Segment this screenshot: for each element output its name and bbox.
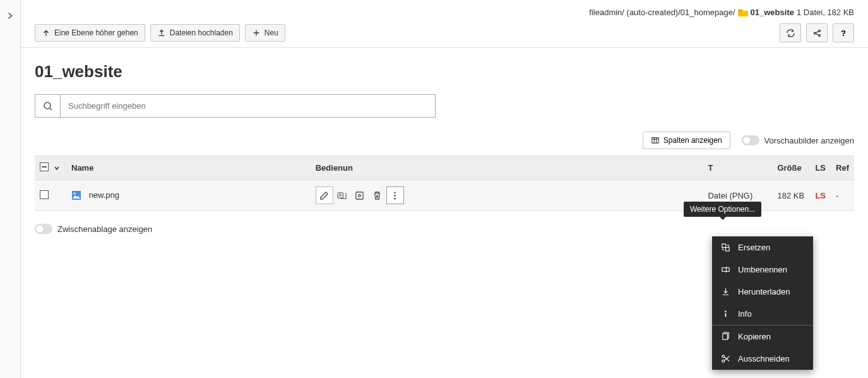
thumbnails-toggle[interactable] xyxy=(742,135,759,145)
dropdown-replace-label: Ersetzen xyxy=(738,243,770,252)
trash-icon xyxy=(372,191,382,200)
plus-icon xyxy=(252,28,261,37)
th-size[interactable]: Größe xyxy=(772,156,810,180)
svg-point-6 xyxy=(74,193,76,195)
columns-button[interactable]: Spalten anzeigen xyxy=(643,131,730,149)
translate-button[interactable]: A xyxy=(333,186,351,204)
tooltip: Weitere Optionen... xyxy=(684,202,761,217)
svg-point-21 xyxy=(722,355,725,358)
th-control: Bedienun xyxy=(311,156,703,180)
search-wrap xyxy=(35,94,436,118)
svg-text:A: A xyxy=(339,193,342,197)
clipboard-toggle-label: Zwischenablage anzeigen xyxy=(57,224,152,234)
new-button[interactable]: Neu xyxy=(245,24,285,42)
dropdown-download-label: Herunterladen xyxy=(738,287,790,296)
help-label: ? xyxy=(841,28,846,38)
breadcrumb-path: fileadmin/ (auto-created)/01_homepage/ xyxy=(589,8,735,17)
breadcrumb-stats: 1 Datei, 182 KB xyxy=(797,8,854,17)
file-name[interactable]: new.png xyxy=(89,190,119,200)
dropdown-replace[interactable]: Ersetzen xyxy=(712,236,813,259)
svg-point-17 xyxy=(725,311,726,312)
th-ref: Ref xyxy=(831,156,854,180)
image-file-icon xyxy=(71,190,81,200)
svg-point-0 xyxy=(814,32,816,34)
chevron-down-icon[interactable] xyxy=(54,164,60,170)
page-title: 01_website xyxy=(35,62,854,82)
breadcrumb: fileadmin/ (auto-created)/01_homepage/ 0… xyxy=(21,0,868,20)
columns-button-label: Spalten anzeigen xyxy=(663,136,722,145)
download-icon xyxy=(721,287,730,296)
sidebar-collapse-button[interactable] xyxy=(0,0,21,378)
th-type: T xyxy=(703,156,772,180)
file-size: 182 KB xyxy=(772,180,810,211)
dropdown-rename-label: Umbenennen xyxy=(738,265,787,274)
dropdown-copy-label: Kopieren xyxy=(738,332,771,341)
tooltip-text: Weitere Optionen... xyxy=(690,205,755,214)
rename-icon xyxy=(721,265,730,274)
edit-button[interactable] xyxy=(316,186,333,204)
upload-label: Dateien hochladen xyxy=(170,28,233,37)
upload-icon xyxy=(157,28,166,37)
chevron-right-icon xyxy=(6,11,15,20)
pencil-icon xyxy=(319,191,329,200)
svg-rect-19 xyxy=(723,334,728,339)
copy-icon xyxy=(721,332,730,341)
svg-rect-4 xyxy=(652,138,659,143)
dots-vertical-icon xyxy=(390,191,400,200)
dropdown-copy[interactable]: Kopieren xyxy=(712,326,813,348)
share-button[interactable] xyxy=(806,23,828,42)
svg-rect-14 xyxy=(722,244,726,248)
svg-point-3 xyxy=(44,102,51,109)
svg-rect-9 xyxy=(356,192,363,198)
replace-icon xyxy=(721,243,730,252)
clipboard-toggle[interactable] xyxy=(35,224,52,234)
select-all-checkbox[interactable] xyxy=(40,162,49,171)
more-options-button[interactable] xyxy=(386,186,404,204)
arrow-up-icon xyxy=(42,28,51,37)
info-icon xyxy=(721,309,730,319)
search-input[interactable] xyxy=(61,95,435,117)
view-button[interactable] xyxy=(351,186,369,204)
svg-point-20 xyxy=(722,360,725,362)
folder-icon xyxy=(738,9,748,16)
svg-point-1 xyxy=(818,30,820,32)
dropdown-cut[interactable]: Ausschneiden xyxy=(712,348,813,370)
svg-rect-16 xyxy=(722,268,729,272)
svg-point-13 xyxy=(395,197,396,198)
th-ls: LS xyxy=(810,156,831,180)
translate-icon: A xyxy=(337,191,347,200)
upload-button[interactable]: Dateien hochladen xyxy=(150,24,240,42)
delete-button[interactable] xyxy=(369,186,386,204)
dropdown-rename[interactable]: Umbenennen xyxy=(712,259,813,281)
refresh-button[interactable] xyxy=(780,23,801,42)
svg-point-12 xyxy=(395,195,396,196)
dropdown-download[interactable]: Herunterladen xyxy=(712,281,813,303)
dropdown-cut-label: Ausschneiden xyxy=(738,354,790,363)
more-options-dropdown: Ersetzen Umbenennen Herunterladen Info xyxy=(712,236,813,370)
breadcrumb-current: 01_website xyxy=(751,8,794,17)
up-level-button[interactable]: Eine Ebene höher gehen xyxy=(35,24,145,42)
file-ls: LS xyxy=(810,180,831,211)
share-icon xyxy=(812,28,822,38)
svg-rect-18 xyxy=(725,314,727,317)
svg-point-10 xyxy=(359,194,361,197)
row-checkbox[interactable] xyxy=(40,190,49,199)
new-label: Neu xyxy=(265,28,278,37)
refresh-icon xyxy=(786,28,795,38)
svg-rect-15 xyxy=(726,248,730,252)
search-icon xyxy=(35,95,61,117)
dropdown-info-label: Info xyxy=(738,309,752,319)
columns-icon xyxy=(651,136,660,145)
file-ref: - xyxy=(831,180,854,211)
svg-point-11 xyxy=(395,192,396,193)
th-name[interactable]: Name xyxy=(66,156,311,180)
view-icon xyxy=(355,191,364,200)
svg-point-2 xyxy=(818,34,820,36)
help-button[interactable]: ? xyxy=(833,23,854,42)
thumbnails-toggle-label: Vorschaubilder anzeigen xyxy=(764,136,854,145)
dropdown-info[interactable]: Info xyxy=(712,303,813,325)
cut-icon xyxy=(721,354,730,363)
up-level-label: Eine Ebene höher gehen xyxy=(54,28,138,37)
